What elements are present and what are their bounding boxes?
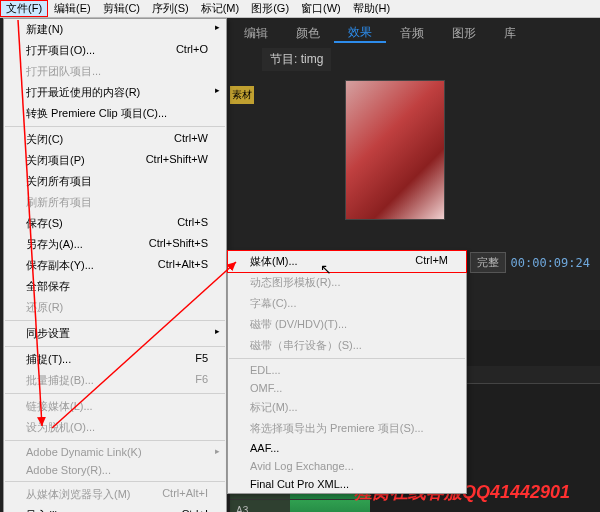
menu-item: EDL... xyxy=(228,361,466,379)
menu-item[interactable]: 同步设置 xyxy=(4,323,226,344)
menu-item[interactable]: 保存副本(Y)...Ctrl+Alt+S xyxy=(4,255,226,276)
menu-item[interactable]: 剪辑(C) xyxy=(97,0,146,17)
menu-item: Avid Log Exchange... xyxy=(228,457,466,475)
menu-item: 打开团队项目... xyxy=(4,61,226,82)
menu-item: 动态图形模板(R)... xyxy=(228,272,466,293)
menu-item[interactable]: 关闭(C)Ctrl+W xyxy=(4,129,226,150)
menu-item[interactable]: 文件(F) xyxy=(0,0,48,17)
menu-item: 链接媒体(L)... xyxy=(4,396,226,417)
menu-item[interactable]: 打开最近使用的内容(R) xyxy=(4,82,226,103)
program-panel-title: 节目: timg xyxy=(262,48,331,71)
workspace-tab[interactable]: 图形 xyxy=(438,25,490,42)
menu-item[interactable]: 关闭所有项目 xyxy=(4,171,226,192)
menu-item: 字幕(C)... xyxy=(228,293,466,314)
workspace-tab[interactable]: 库 xyxy=(490,25,530,42)
file-menu-dropdown: 新建(N)打开项目(O)...Ctrl+O打开团队项目...打开最近使用的内容(… xyxy=(3,18,227,512)
menu-item[interactable]: 新建(N) xyxy=(4,19,226,40)
workspace-tabs: 编辑颜色效果音频图形库 xyxy=(230,18,600,48)
workspace-tab[interactable]: 编辑 xyxy=(230,25,282,42)
menu-item[interactable]: AAF... xyxy=(228,439,466,457)
menu-item: 磁带 (DV/HDV)(T)... xyxy=(228,314,466,335)
timecode-out: 00:00:09:24 xyxy=(511,256,590,270)
program-monitor[interactable] xyxy=(345,80,445,220)
menu-item[interactable]: 保存(S)Ctrl+S xyxy=(4,213,226,234)
workspace-tab[interactable]: 音频 xyxy=(386,25,438,42)
menu-item[interactable]: 窗口(W) xyxy=(295,0,347,17)
workspace-tab[interactable]: 效果 xyxy=(334,24,386,43)
menu-item[interactable]: 序列(S) xyxy=(146,0,195,17)
menu-item: 将选择项导出为 Premiere 项目(S)... xyxy=(228,418,466,439)
menu-item: OMF... xyxy=(228,379,466,397)
menu-item[interactable]: 全部保存 xyxy=(4,276,226,297)
menu-item[interactable]: 导入(I)...Ctrl+I xyxy=(4,505,226,512)
menu-item[interactable]: 媒体(M)...Ctrl+M xyxy=(228,251,466,272)
menu-item[interactable]: 捕捉(T)...F5 xyxy=(4,349,226,370)
menu-item[interactable]: 打开项目(O)...Ctrl+O xyxy=(4,40,226,61)
menubar: 文件(F)编辑(E)剪辑(C)序列(S)标记(M)图形(G)窗口(W)帮助(H) xyxy=(0,0,600,18)
menu-item: 批量捕捉(B)...F6 xyxy=(4,370,226,391)
track-header[interactable]: A3 xyxy=(230,500,290,512)
menu-item[interactable]: 标记(M) xyxy=(195,0,246,17)
menu-item: Adobe Dynamic Link(K) xyxy=(4,443,226,461)
workspace-tab[interactable]: 颜色 xyxy=(282,25,334,42)
export-submenu: 媒体(M)...Ctrl+M动态图形模板(R)...字幕(C)...磁带 (DV… xyxy=(227,250,467,494)
menu-item[interactable]: 编辑(E) xyxy=(48,0,97,17)
source-badge[interactable]: 素材 xyxy=(230,86,254,104)
menu-item: 从媒体浏览器导入(M)Ctrl+Alt+I xyxy=(4,484,226,505)
menu-item[interactable]: 图形(G) xyxy=(245,0,295,17)
menu-item: Adobe Story(R)... xyxy=(4,461,226,479)
zoom-fit-select[interactable]: 完整 xyxy=(470,252,506,273)
menu-item[interactable]: Final Cut Pro XML... xyxy=(228,475,466,493)
menu-item: 设为脱机(O)... xyxy=(4,417,226,438)
menu-item[interactable]: 另存为(A)...Ctrl+Shift+S xyxy=(4,234,226,255)
menu-item: 还原(R) xyxy=(4,297,226,318)
menu-item: 磁带（串行设备）(S)... xyxy=(228,335,466,356)
menu-item[interactable]: 帮助(H) xyxy=(347,0,396,17)
menu-item: 标记(M)... xyxy=(228,397,466,418)
menu-item[interactable]: 转换 Premiere Clip 项目(C)... xyxy=(4,103,226,124)
menu-item: 刷新所有项目 xyxy=(4,192,226,213)
menu-item[interactable]: 关闭项目(P)Ctrl+Shift+W xyxy=(4,150,226,171)
